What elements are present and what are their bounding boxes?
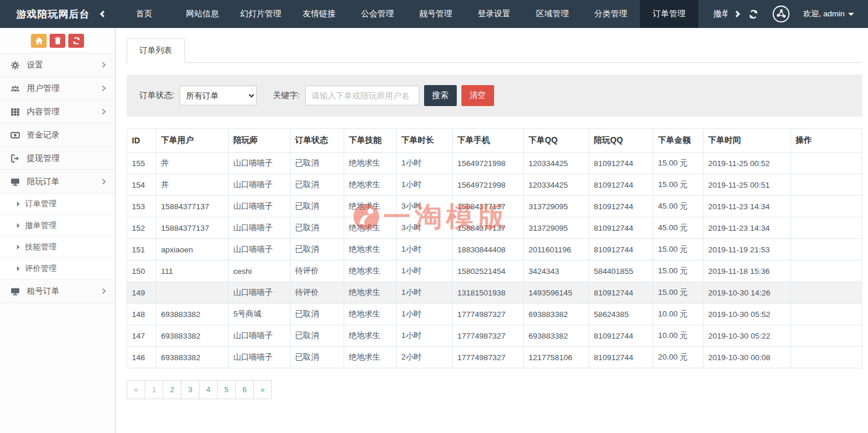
table-cell: 绝地求生 [344, 282, 397, 304]
column-header: 下单时间 [704, 129, 791, 153]
table-cell: 149 [127, 282, 156, 304]
clear-button[interactable]: 清空 [461, 85, 494, 106]
column-header: 陪玩QQ [589, 129, 653, 153]
topnav-item-1[interactable]: 网站信息 [173, 0, 232, 28]
topnav-item-4[interactable]: 公会管理 [348, 0, 407, 28]
recycle-button[interactable] [68, 34, 84, 48]
page-2[interactable]: 2 [163, 380, 181, 399]
refresh-icon[interactable] [748, 9, 759, 20]
sidebar-item-3[interactable]: 资金记录 [0, 124, 115, 147]
trash-button[interactable] [50, 34, 65, 48]
sidebar-item-4[interactable]: 提现管理 [0, 147, 115, 170]
table-cell: 17774987327 [453, 325, 524, 347]
table-cell: 绝地求生 [344, 174, 397, 196]
nav-scroll-right-icon[interactable] [733, 10, 740, 17]
page-next[interactable]: » [253, 380, 272, 399]
table-cell: 584401855 [589, 260, 653, 282]
table-row: 150111ceshi待评价绝地求生1小时1580252145434243435… [127, 260, 862, 282]
search-button[interactable]: 搜索 [424, 85, 457, 106]
table-cell: 146 [127, 347, 156, 368]
table-cell: 120334425 [524, 174, 589, 196]
table-cell: 2小时 [397, 347, 453, 368]
topnav-item-3[interactable]: 友情链接 [290, 0, 348, 28]
table-cell: 810912744 [589, 282, 653, 304]
collapse-sidebar-icon[interactable] [100, 10, 106, 17]
brand: 游戏陪玩网后台 [0, 0, 115, 28]
page-prev[interactable]: « [127, 380, 145, 399]
table-cell: 1小时 [397, 260, 453, 282]
keyword-input[interactable] [305, 86, 419, 105]
page-6[interactable]: 6 [235, 380, 254, 399]
table-cell [791, 304, 862, 325]
sidebar: 设置用户管理内容管理资金记录提现管理陪玩订单订单管理撤单管理技能管理评价管理租号… [0, 28, 116, 433]
topnav-item-8[interactable]: 分类管理 [582, 0, 640, 28]
home-button[interactable] [31, 34, 47, 48]
column-header: 下单金额 [653, 129, 704, 153]
table-cell: 810912744 [589, 325, 653, 347]
topnav-item-overflow[interactable]: 撤单管理 [713, 0, 727, 28]
page-1[interactable]: 1 [145, 380, 163, 399]
sidebar-item-label: 资金记录 [27, 130, 105, 140]
column-header: 下单用户 [156, 129, 229, 153]
table-cell: 绝地求生 [344, 153, 397, 174]
table-cell: 已取消 [290, 347, 344, 368]
welcome-user[interactable]: 欢迎, admin [803, 9, 854, 19]
table-cell: 148 [127, 304, 156, 325]
table-cell: 13181501938 [453, 282, 524, 304]
table-cell: 5号商城 [229, 304, 290, 325]
table-cell: 井 [156, 153, 229, 174]
column-header: 下单技能 [344, 129, 397, 153]
table-cell: 待评价 [290, 260, 344, 282]
table-cell [791, 196, 862, 217]
sidebar-item-label: 陪玩订单 [27, 177, 101, 187]
topnav-item-5[interactable]: 靓号管理 [407, 0, 465, 28]
sidebar-subitem-5-0[interactable]: 订单管理 [0, 193, 115, 215]
table-cell: 18830844408 [453, 239, 524, 260]
page-5[interactable]: 5 [217, 380, 236, 399]
avatar[interactable] [772, 5, 790, 23]
table-cell: 15884377137 [156, 217, 229, 239]
tab-bar: 订单列表 [127, 38, 862, 63]
table-cell: 15.00 元 [653, 239, 704, 260]
topnav-item-9[interactable]: 订单管理 [640, 0, 698, 28]
table-cell: 111 [156, 260, 229, 282]
table-cell [791, 239, 862, 260]
table-cell: 绝地求生 [344, 217, 397, 239]
topnav-item-7[interactable]: 区域管理 [523, 0, 582, 28]
table-cell: 693883382 [524, 304, 589, 325]
table-cell [791, 217, 862, 239]
sidebar-item-5[interactable]: 陪玩订单 [0, 170, 115, 193]
topnav-item-0[interactable]: 首页 [115, 0, 173, 28]
sidebar-item-2[interactable]: 内容管理 [0, 100, 115, 124]
sidebar-item-1[interactable]: 用户管理 [0, 77, 115, 100]
table-cell: 待评价 [290, 282, 344, 304]
table-cell: 2019-11-23 14:34 [704, 196, 791, 217]
sidebar-subitem-5-2[interactable]: 技能管理 [0, 237, 115, 258]
table-cell: 2011601196 [524, 239, 589, 260]
table-cell: 313729095 [524, 196, 589, 217]
table-cell: 15.00 元 [653, 282, 704, 304]
sidebar-subitem-label: 订单管理 [25, 199, 57, 209]
table-cell: 15649721998 [453, 153, 524, 174]
page-4[interactable]: 4 [199, 380, 218, 399]
keyword-label: 关键字: [273, 90, 300, 101]
sidebar-item-6[interactable]: 租号订单 [0, 280, 115, 303]
page-3[interactable]: 3 [181, 380, 200, 399]
table-cell: 15884377137 [156, 196, 229, 217]
column-header: 下单QQ [524, 129, 589, 153]
table-cell: 山口喵喵子 [229, 174, 290, 196]
order-status-select[interactable]: 所有订单 [180, 86, 257, 105]
table-cell: 2019-11-19 21:53 [704, 239, 791, 260]
table-cell: 120334425 [524, 153, 589, 174]
topnav-item-2[interactable]: 幻灯片管理 [232, 0, 290, 28]
column-header: 陪玩师 [229, 129, 290, 153]
table-cell: 150 [127, 260, 156, 282]
orders-table-wrap: ID下单用户陪玩师订单状态下单技能下单时长下单手机下单QQ陪玩QQ下单金额下单时… [127, 128, 862, 368]
sidebar-subitem-5-1[interactable]: 撤单管理 [0, 215, 115, 237]
topnav-item-6[interactable]: 登录设置 [465, 0, 523, 28]
sidebar-subitem-5-3[interactable]: 评价管理 [0, 258, 115, 280]
tab-order-list[interactable]: 订单列表 [127, 38, 185, 63]
topnav-right: 欢迎, admin [748, 0, 868, 28]
sidebar-item-0[interactable]: 设置 [0, 54, 115, 77]
table-row: 1486938833825号商城已取消绝地求生1小时17774987327693… [127, 304, 862, 325]
